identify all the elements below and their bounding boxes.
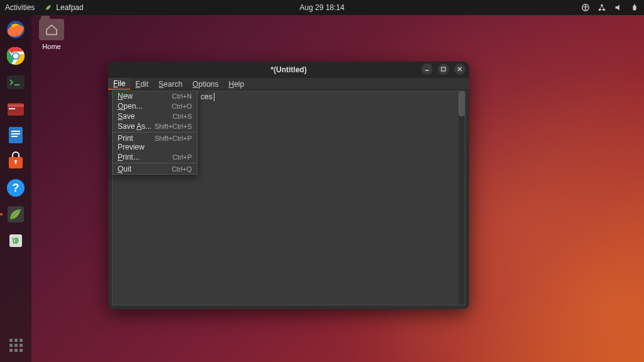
dock-terminal[interactable]: [5, 72, 26, 93]
menu-item-open[interactable]: Open...Ctrl+O: [113, 101, 197, 111]
volume-icon[interactable]: [614, 3, 623, 12]
dock-leafpad[interactable]: [5, 204, 26, 225]
menu-item-label: Print...: [118, 153, 140, 162]
svg-text:?: ?: [13, 182, 19, 194]
window-close-button[interactable]: [454, 63, 465, 75]
window-title: *(Untitled): [270, 65, 306, 74]
dock-libreoffice-writer[interactable]: [5, 124, 26, 146]
menu-item-shortcut: Ctrl+S: [172, 112, 192, 121]
editor-content: ces: [201, 92, 213, 101]
text-cursor: [214, 93, 214, 101]
menu-item-label: Print Preview: [118, 134, 155, 151]
menu-item-save[interactable]: SaveCtrl+S: [113, 111, 197, 121]
clock[interactable]: Aug 29 18:14: [299, 3, 344, 12]
dock-chrome[interactable]: [5, 45, 26, 67]
active-app-indicator[interactable]: Leafpad: [45, 3, 83, 12]
dock-help[interactable]: ?: [5, 177, 26, 199]
dock-files[interactable]: [5, 98, 26, 119]
activities-button[interactable]: Activities: [5, 3, 35, 12]
network-icon[interactable]: [597, 3, 606, 12]
menu-edit[interactable]: Edit: [130, 78, 153, 90]
svg-point-1: [585, 5, 586, 6]
menu-item-print[interactable]: Print...Ctrl+P: [113, 152, 197, 162]
svg-rect-18: [11, 136, 18, 137]
menu-item-label: Quit: [118, 165, 131, 173]
menu-item-print-preview[interactable]: Print PreviewShift+Ctrl+P: [113, 133, 197, 152]
menu-search[interactable]: Search: [153, 78, 187, 90]
file-menu-dropdown: NewCtrl+NOpen...Ctrl+OSaveCtrl+SSave As.…: [112, 90, 197, 175]
leafpad-icon: [45, 4, 52, 11]
menu-separator: [113, 163, 197, 163]
menu-file[interactable]: File: [108, 78, 130, 90]
top-bar: Activities Leafpad Aug 29 18:14: [0, 0, 644, 15]
folder-icon: [39, 19, 64, 40]
accessibility-icon[interactable]: [581, 3, 590, 12]
menu-item-shortcut: Ctrl+P: [172, 153, 192, 162]
menu-item-save-as[interactable]: Save As...Shift+Ctrl+S: [113, 121, 197, 131]
dock-software[interactable]: [5, 151, 26, 172]
svg-rect-15: [9, 127, 23, 143]
menu-item-label: Save: [118, 112, 135, 121]
menu-help[interactable]: Help: [223, 78, 249, 90]
menu-item-shortcut: Ctrl+N: [172, 92, 192, 101]
menu-options[interactable]: Options: [187, 78, 223, 90]
menu-item-shortcut: Shift+Ctrl+S: [155, 122, 192, 131]
scrollbar-thumb[interactable]: [458, 91, 465, 116]
svg-rect-26: [441, 67, 445, 71]
menu-item-shortcut: Shift+Ctrl+P: [155, 134, 192, 151]
menu-item-new[interactable]: NewCtrl+N: [113, 91, 197, 101]
svg-rect-6: [634, 4, 635, 6]
svg-rect-17: [11, 133, 20, 134]
menu-separator: [113, 132, 197, 133]
svg-rect-13: [8, 104, 24, 107]
svg-rect-5: [633, 6, 636, 11]
svg-rect-14: [9, 108, 15, 109]
menu-item-label: New: [118, 92, 133, 101]
svg-rect-16: [11, 131, 20, 132]
menu-item-label: Save As...: [118, 122, 152, 131]
menu-bar: File Edit Search Options Help: [108, 78, 469, 90]
dock-trash[interactable]: [5, 230, 26, 251]
window-titlebar[interactable]: *(Untitled): [108, 62, 469, 78]
leafpad-window: *(Untitled) File Edit Search Options Hel…: [108, 62, 469, 309]
dock-firefox[interactable]: [5, 19, 26, 40]
power-icon[interactable]: [630, 3, 639, 12]
active-app-label: Leafpad: [56, 3, 83, 12]
vertical-scrollbar[interactable]: [458, 91, 465, 305]
svg-point-10: [13, 53, 18, 58]
desktop-home-folder[interactable]: Home: [39, 19, 64, 50]
window-minimize-button[interactable]: [421, 63, 433, 75]
desktop-home-label: Home: [39, 43, 64, 50]
dock: ?: [0, 15, 31, 362]
menu-item-shortcut: Ctrl+Q: [172, 165, 192, 173]
menu-item-label: Open...: [118, 102, 142, 111]
window-maximize-button[interactable]: [438, 63, 449, 75]
menu-item-shortcut: Ctrl+O: [172, 102, 192, 111]
menu-item-quit[interactable]: QuitCtrl+Q: [113, 164, 197, 174]
svg-rect-11: [7, 75, 25, 89]
